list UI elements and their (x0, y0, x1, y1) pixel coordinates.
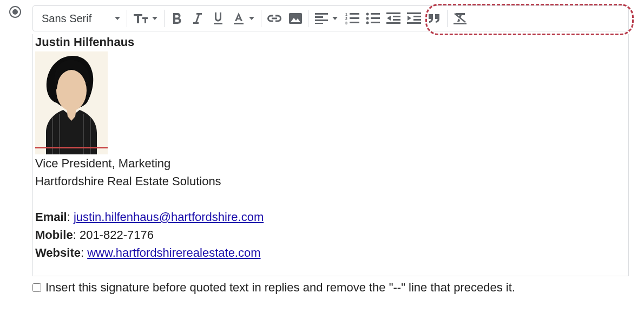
svg-rect-12 (315, 13, 328, 15)
link-icon (267, 14, 282, 23)
caret-down-icon (115, 17, 120, 20)
radio-dot (12, 9, 18, 15)
insert-before-quoted-checkbox[interactable] (32, 283, 41, 292)
underline-button[interactable] (208, 8, 228, 29)
signature-company: Hartfordshire Real Estate Solutions (35, 172, 626, 190)
signature-email-line: Email: justin.hilfenhaus@hartfordshire.c… (35, 208, 626, 226)
font-size-button[interactable] (129, 8, 162, 29)
svg-rect-25 (371, 13, 380, 15)
svg-rect-14 (315, 20, 328, 21)
website-label: Website (35, 246, 81, 259)
svg-rect-21 (350, 22, 359, 23)
svg-rect-4 (196, 13, 202, 15)
font-family-label: Sans Serif (42, 12, 91, 25)
svg-text:1: 1 (345, 12, 347, 16)
svg-marker-32 (387, 16, 391, 21)
bulleted-list-button[interactable] (363, 8, 383, 29)
numbered-list-icon: 1 2 3 (345, 12, 359, 24)
toolbar-separator (308, 10, 308, 27)
svg-rect-36 (407, 22, 421, 24)
svg-rect-31 (386, 22, 400, 24)
colon: : (81, 246, 87, 259)
svg-rect-8 (234, 23, 244, 24)
svg-rect-35 (413, 19, 421, 21)
colon: : (67, 210, 74, 224)
remove-formatting-icon (453, 12, 467, 25)
svg-rect-30 (393, 19, 400, 21)
colon: : (73, 228, 80, 242)
mobile-value: 201-822-7176 (80, 228, 154, 242)
svg-rect-1 (137, 14, 139, 23)
image-icon (288, 12, 303, 24)
svg-rect-45 (35, 147, 108, 148)
svg-text:3: 3 (345, 21, 347, 24)
bulleted-list-icon (366, 12, 380, 24)
align-left-icon (315, 13, 328, 24)
signature-title: Vice President, Marketing (35, 154, 626, 172)
font-size-icon (134, 12, 148, 24)
svg-rect-27 (371, 22, 380, 23)
email-label: Email (35, 210, 67, 224)
bold-button[interactable] (167, 8, 187, 29)
remove-formatting-button[interactable] (450, 8, 470, 29)
svg-point-24 (366, 22, 369, 24)
svg-rect-29 (393, 16, 400, 17)
insert-before-quoted-label: Insert this signature before quoted text… (45, 281, 515, 295)
svg-point-43 (56, 70, 87, 111)
indent-more-icon (407, 12, 421, 24)
align-button[interactable] (311, 8, 342, 29)
indent-less-button[interactable] (383, 8, 404, 29)
insert-image-button[interactable] (285, 8, 306, 29)
svg-marker-37 (408, 16, 411, 21)
signature-photo (35, 51, 108, 154)
quote-button[interactable] (424, 8, 445, 29)
insert-link-button[interactable] (264, 8, 285, 29)
toolbar-separator (164, 10, 165, 27)
svg-rect-7 (214, 23, 222, 24)
signature-radio[interactable] (9, 6, 21, 18)
svg-point-23 (366, 17, 369, 20)
svg-rect-28 (386, 12, 400, 14)
svg-rect-19 (350, 13, 359, 15)
signature-website-line: Website: www.hartfordshirerealestate.com (35, 244, 626, 262)
insert-before-quoted-row[interactable]: Insert this signature before quoted text… (32, 281, 640, 295)
mobile-label: Mobile (35, 228, 73, 242)
svg-marker-6 (195, 15, 200, 22)
formatting-toolbar: Sans Serif (32, 5, 629, 31)
indent-less-icon (386, 12, 400, 24)
text-color-icon (233, 11, 245, 25)
underline-icon (212, 11, 224, 25)
blank-line (35, 190, 626, 208)
svg-rect-33 (407, 12, 421, 14)
caret-down-icon (332, 17, 338, 20)
svg-text:2: 2 (345, 17, 347, 21)
signature-mobile-line: Mobile: 201-822-7176 (35, 226, 626, 244)
numbered-list-button[interactable]: 1 2 3 (342, 8, 363, 29)
email-link[interactable]: justin.hilfenhaus@hartfordshire.com (74, 210, 264, 224)
indent-more-button[interactable] (404, 8, 424, 29)
svg-rect-34 (413, 16, 421, 17)
svg-rect-3 (144, 17, 146, 23)
svg-rect-15 (315, 23, 323, 24)
svg-rect-20 (350, 17, 359, 19)
signature-name: Justin Hilfenhaus (35, 35, 626, 51)
svg-rect-26 (371, 17, 380, 19)
quote-icon (428, 13, 442, 24)
svg-point-22 (366, 13, 369, 16)
caret-down-icon (152, 17, 157, 20)
text-color-button[interactable] (228, 8, 259, 29)
svg-rect-13 (315, 16, 323, 18)
italic-button[interactable] (187, 8, 208, 29)
italic-icon (192, 12, 203, 25)
website-link[interactable]: www.hartfordshirerealestate.com (87, 246, 260, 259)
caret-down-icon (249, 17, 254, 20)
font-family-select[interactable]: Sans Serif (35, 8, 124, 29)
signature-editor[interactable]: Justin Hilfenhaus Vice President, Market… (32, 34, 629, 276)
toolbar-separator (447, 10, 448, 27)
bold-icon (172, 12, 182, 25)
toolbar-separator (127, 10, 127, 27)
toolbar-separator (261, 10, 261, 27)
svg-rect-5 (193, 22, 199, 24)
